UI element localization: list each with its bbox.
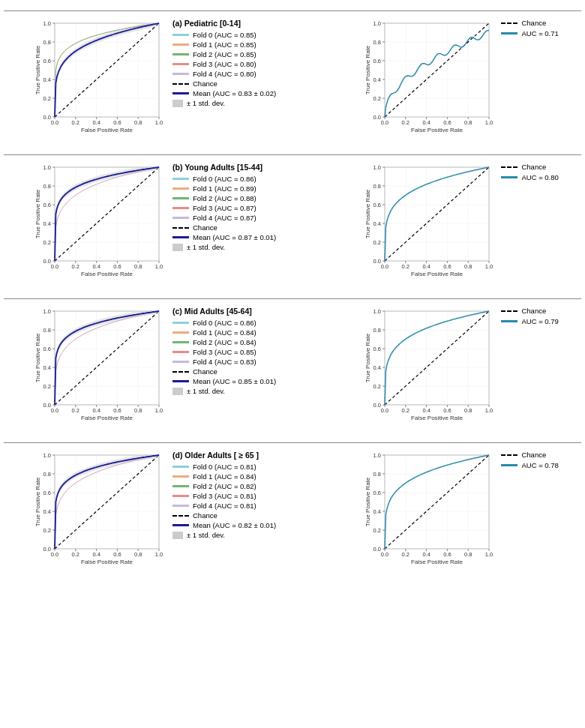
right-chart-area-d: 0.00.00.20.20.40.40.60.60.80.81.01.0Fals…	[335, 449, 580, 580]
svg-text:0.6: 0.6	[113, 263, 121, 270]
legend-chance-d: Chance	[172, 511, 298, 520]
svg-text:1.0: 1.0	[485, 551, 493, 558]
svg-text:0.2: 0.2	[374, 383, 381, 390]
svg-text:0.4: 0.4	[92, 119, 100, 126]
svg-text:False Positive Rate: False Positive Rate	[81, 559, 133, 565]
legend-fold-d-2: Fold 2 (AUC = 0.82)	[172, 482, 298, 490]
svg-text:0.8: 0.8	[44, 183, 51, 190]
left-chart-area-a: 0.00.00.20.20.40.40.60.60.80.81.01.0Fals…	[5, 17, 335, 148]
std-label: ± 1 std. dev.	[187, 531, 225, 539]
svg-text:0.4: 0.4	[92, 551, 100, 558]
svg-text:0.8: 0.8	[44, 471, 51, 478]
legend-fold-a-2: Fold 2 (AUC = 0.85)	[172, 50, 298, 58]
svg-text:0.2: 0.2	[44, 383, 51, 390]
fold-label-3: Fold 3 (AUC = 0.81)	[193, 492, 256, 500]
svg-text:0.4: 0.4	[423, 263, 430, 270]
fold-line-2	[172, 197, 189, 199]
legend-mean-b: Mean (AUC = 0.87 ± 0.01)	[172, 233, 298, 241]
svg-text:True Positive Rate: True Positive Rate	[34, 189, 41, 238]
svg-text:0.6: 0.6	[444, 119, 452, 126]
mean-label: Mean (AUC = 0.85 ± 0.01)	[193, 377, 276, 385]
fold-label-2: Fold 2 (AUC = 0.84)	[193, 338, 256, 346]
svg-text:0.2: 0.2	[44, 95, 51, 102]
fold-line-1	[172, 43, 189, 46]
svg-text:0.2: 0.2	[72, 263, 80, 270]
fold-line-1	[172, 187, 189, 190]
svg-text:0.4: 0.4	[44, 76, 51, 83]
svg-text:1.0: 1.0	[44, 308, 51, 315]
svg-text:0.0: 0.0	[44, 402, 51, 409]
fold-line-0	[172, 466, 189, 468]
svg-text:0.6: 0.6	[444, 551, 452, 558]
legend-fold-a-4: Fold 4 (AUC = 0.80)	[172, 70, 298, 78]
fold-line-0	[172, 322, 189, 324]
svg-text:0.8: 0.8	[374, 327, 381, 334]
svg-text:True Positive Rate: True Positive Rate	[364, 477, 371, 526]
chance-label: Chance	[193, 223, 218, 232]
fold-label-4: Fold 4 (AUC = 0.80)	[193, 70, 256, 78]
fold-line-4	[172, 505, 189, 507]
fold-label-0: Fold 0 (AUC = 0.86)	[193, 319, 256, 327]
right-chart-b: 0.00.00.20.20.40.40.60.60.80.81.01.0Fals…	[364, 161, 495, 277]
std-box	[172, 532, 183, 539]
fold-label-4: Fold 4 (AUC = 0.81)	[193, 502, 256, 510]
legend-fold-b-3: Fold 3 (AUC = 0.87)	[172, 204, 298, 212]
svg-text:1.0: 1.0	[374, 164, 381, 171]
svg-text:False Positive Rate: False Positive Rate	[411, 127, 463, 133]
chance-line	[172, 83, 189, 85]
svg-text:0.0: 0.0	[374, 114, 381, 121]
svg-text:0.6: 0.6	[444, 407, 452, 414]
left-chart-a: 0.00.00.20.20.40.40.60.60.80.81.01.0Fals…	[34, 17, 165, 133]
svg-text:0.6: 0.6	[113, 119, 121, 126]
chance-line	[172, 371, 189, 373]
svg-text:0.4: 0.4	[374, 508, 381, 515]
svg-text:1.0: 1.0	[374, 308, 381, 315]
right-chance-label: Chance	[521, 163, 546, 171]
legend-fold-d-4: Fold 4 (AUC = 0.81)	[172, 502, 298, 510]
svg-text:0.6: 0.6	[113, 407, 121, 414]
fold-label-4: Fold 4 (AUC = 0.87)	[193, 214, 256, 222]
legend-b: (b) Young Adults [15-44] Fold 0 (AUC = 0…	[170, 161, 301, 254]
legend-fold-d-3: Fold 3 (AUC = 0.81)	[172, 492, 298, 500]
right-chance-item: Chance	[501, 307, 558, 315]
svg-text:0.8: 0.8	[134, 119, 142, 126]
svg-text:0.2: 0.2	[72, 407, 80, 414]
svg-text:1.0: 1.0	[374, 20, 381, 27]
fold-line-1	[172, 331, 189, 334]
right-chart-d: 0.00.00.20.20.40.40.60.60.80.81.01.0Fals…	[364, 449, 495, 565]
fold-line-3	[172, 351, 189, 353]
legend-fold-c-3: Fold 3 (AUC = 0.85)	[172, 348, 298, 356]
fold-label-0: Fold 0 (AUC = 0.81)	[193, 463, 256, 471]
svg-text:False Positive Rate: False Positive Rate	[81, 271, 133, 277]
svg-text:0.8: 0.8	[134, 407, 142, 414]
svg-text:False Positive Rate: False Positive Rate	[81, 127, 133, 133]
right-chart-area-c: 0.00.00.20.20.40.40.60.60.80.81.01.0Fals…	[335, 305, 580, 436]
legend-fold-a-1: Fold 1 (AUC = 0.85)	[172, 40, 298, 49]
right-chart-area-a: 0.00.00.20.20.40.40.60.60.80.81.01.0Fals…	[335, 17, 580, 148]
svg-text:True Positive Rate: True Positive Rate	[364, 333, 371, 382]
fold-line-1	[172, 475, 189, 478]
right-chance-item: Chance	[501, 19, 558, 27]
legend-fold-c-2: Fold 2 (AUC = 0.84)	[172, 338, 298, 346]
svg-text:True Positive Rate: True Positive Rate	[364, 189, 371, 238]
std-label: ± 1 std. dev.	[187, 387, 225, 395]
svg-text:0.2: 0.2	[72, 119, 80, 126]
right-chance-line	[501, 310, 518, 312]
fold-label-2: Fold 2 (AUC = 0.82)	[193, 482, 256, 490]
chance-line	[172, 227, 189, 229]
right-chance-label: Chance	[521, 307, 546, 315]
svg-text:0.0: 0.0	[374, 402, 381, 409]
fold-line-3	[172, 207, 189, 209]
legend-fold-c-4: Fold 4 (AUC = 0.83)	[172, 358, 298, 366]
svg-text:False Positive Rate: False Positive Rate	[81, 415, 133, 421]
svg-text:0.4: 0.4	[44, 508, 51, 515]
svg-text:0.8: 0.8	[464, 407, 472, 414]
svg-text:1.0: 1.0	[44, 452, 51, 459]
section-row-b: 0.00.00.20.20.40.40.60.60.80.81.01.0Fals…	[4, 154, 581, 298]
svg-text:1.0: 1.0	[44, 164, 51, 171]
svg-text:1.0: 1.0	[485, 263, 493, 270]
right-chance-item: Chance	[501, 451, 558, 459]
std-label: ± 1 std. dev.	[187, 99, 225, 107]
fold-line-2	[172, 341, 189, 343]
svg-text:True Positive Rate: True Positive Rate	[34, 333, 41, 382]
